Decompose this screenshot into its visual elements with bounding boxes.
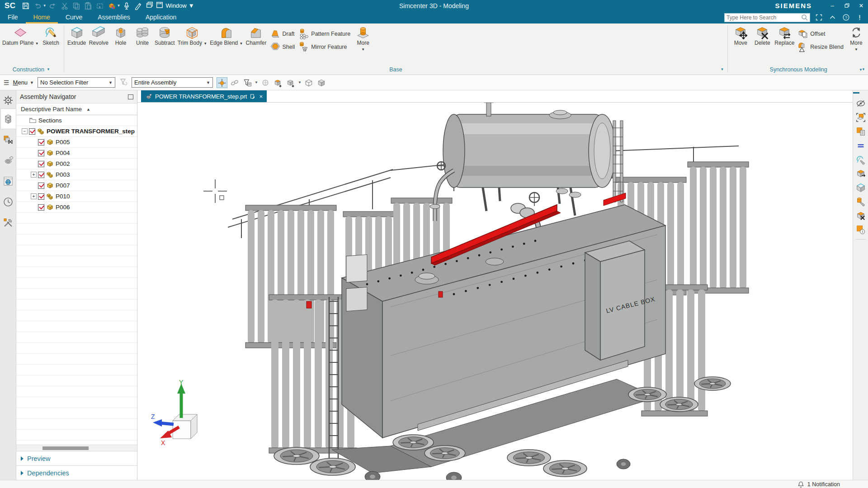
- minimize-ribbon-icon[interactable]: [827, 13, 837, 22]
- expand-toggle-icon[interactable]: −: [22, 128, 28, 134]
- tree-row[interactable]: P007: [16, 180, 137, 191]
- radiator-bank[interactable]: [688, 162, 749, 293]
- selection-filter-combo[interactable]: No Selection Filter▼: [38, 77, 115, 88]
- view-triad[interactable]: Y Z X: [151, 379, 210, 456]
- replace-button[interactable]: Replace: [773, 25, 796, 47]
- cooling-fan[interactable]: [543, 460, 587, 477]
- history-icon[interactable]: [0, 192, 16, 212]
- part-settings-icon[interactable]: [854, 124, 867, 138]
- filter-reset-icon[interactable]: [119, 77, 128, 88]
- conservator-tank[interactable]: [443, 103, 623, 216]
- tree-row[interactable]: P005: [16, 137, 137, 148]
- graphics-window[interactable]: POWER TRANSFORMER_step.prt ×: [137, 90, 853, 480]
- equal-icon[interactable]: [854, 138, 867, 152]
- tab-application[interactable]: Application: [138, 11, 184, 23]
- cooling-fan[interactable]: [425, 446, 465, 461]
- group-label[interactable]: Synchronous Modeling▼: [730, 66, 867, 75]
- visibility-checkbox[interactable]: [38, 150, 44, 156]
- node-label[interactable]: P005: [56, 139, 70, 145]
- minimize-button[interactable]: –: [826, 0, 839, 11]
- add-component-icon[interactable]: [273, 77, 283, 88]
- dependencies-section[interactable]: Dependencies: [16, 465, 137, 480]
- subtract-button[interactable]: Subtract: [153, 25, 176, 47]
- column-header[interactable]: Descriptive Part Name ▲: [16, 103, 137, 115]
- visibility-checkbox[interactable]: [38, 183, 44, 189]
- visibility-checkbox[interactable]: [29, 128, 35, 135]
- chevron-down-icon[interactable]: ▼: [47, 67, 50, 71]
- visibility-checkbox[interactable]: [38, 161, 44, 167]
- window-menu-label[interactable]: Window: [165, 2, 186, 9]
- snap-point-icon[interactable]: [217, 77, 227, 88]
- hide-icon[interactable]: [854, 96, 867, 110]
- cooling-fan[interactable]: [660, 397, 698, 412]
- tab-curve[interactable]: Curve: [58, 11, 90, 23]
- roles-gear-icon[interactable]: [0, 92, 16, 108]
- preview-section[interactable]: Preview: [16, 451, 137, 465]
- visibility-checkbox[interactable]: [38, 139, 44, 145]
- node-label[interactable]: POWER TRANSFORMER_step: [47, 128, 135, 135]
- tree-row[interactable]: P006: [16, 202, 137, 213]
- visibility-checkbox[interactable]: [38, 172, 44, 178]
- chevron-down-icon[interactable]: ▼: [117, 4, 121, 8]
- ribbon-overflow-caret[interactable]: ▼: [859, 68, 863, 72]
- tab-file[interactable]: File: [0, 11, 26, 23]
- chevron-down-icon[interactable]: ▼: [43, 4, 47, 8]
- undock-icon[interactable]: [128, 94, 133, 99]
- command-search[interactable]: [724, 13, 810, 22]
- filter-funnel-icon[interactable]: [242, 77, 253, 88]
- group-label[interactable]: Base▼: [66, 66, 726, 75]
- chevron-down-icon[interactable]: ▼: [255, 80, 258, 84]
- resize-blend-button[interactable]: Resize Blend: [796, 40, 845, 53]
- outline-cube-icon[interactable]: [303, 77, 314, 88]
- visibility-checkbox[interactable]: [38, 204, 44, 211]
- draft-button[interactable]: Draft: [268, 27, 297, 40]
- tree-row[interactable]: Sections: [16, 115, 137, 126]
- assembly-navigator-icon[interactable]: [0, 108, 16, 129]
- trim-body-button[interactable]: Trim Body ▼: [176, 25, 208, 47]
- move-button[interactable]: Move: [730, 25, 751, 47]
- node-label[interactable]: P004: [56, 150, 70, 156]
- save-icon[interactable]: [20, 1, 31, 11]
- expand-toggle-icon[interactable]: +: [31, 193, 37, 199]
- model-3d[interactable]: LV CABLE BOX: [137, 103, 853, 480]
- disabled-target-icon[interactable]: [260, 77, 271, 88]
- edge-blend-button[interactable]: Edge Blend ▼: [208, 25, 244, 47]
- horizontal-scrollbar[interactable]: [16, 445, 137, 451]
- sort-ascending-icon[interactable]: ▲: [86, 107, 90, 112]
- extrude-mini-icon[interactable]: [854, 180, 867, 194]
- node-label[interactable]: Sections: [38, 117, 62, 124]
- edit-feature-icon[interactable]: [854, 194, 867, 208]
- chevron-down-icon[interactable]: ▼: [720, 67, 724, 71]
- model-canvas[interactable]: LV CABLE BOX: [137, 103, 853, 480]
- expand-toggle-icon[interactable]: +: [31, 172, 37, 178]
- window-icon[interactable]: [156, 1, 164, 10]
- tree-row[interactable]: P002: [16, 159, 137, 169]
- selection-scope-combo[interactable]: Entire Assembly▼: [132, 77, 213, 88]
- more-button[interactable]: More▼: [845, 25, 867, 53]
- constraint-navigator-icon[interactable]: [0, 129, 16, 150]
- new-component-icon[interactable]: [285, 77, 296, 88]
- help-icon[interactable]: [841, 13, 851, 22]
- radiator-bank[interactable]: [245, 205, 336, 348]
- cooling-fan[interactable]: [507, 450, 551, 466]
- cooling-fan[interactable]: [694, 377, 731, 390]
- part-navigator-icon[interactable]: [0, 150, 16, 171]
- bell-icon[interactable]: [797, 481, 805, 488]
- cooling-fan[interactable]: [628, 387, 666, 402]
- part-info-icon[interactable]: [854, 222, 867, 236]
- tab-assemblies[interactable]: Assemblies: [90, 11, 138, 23]
- pattern-feature-button[interactable]: Pattern Feature: [297, 27, 352, 40]
- unite-button[interactable]: Unite: [132, 25, 153, 47]
- group-label[interactable]: Construction▼: [1, 66, 62, 75]
- alert-icon[interactable]: [854, 13, 864, 22]
- node-label[interactable]: P010: [56, 193, 70, 200]
- delete-button[interactable]: Delete: [751, 25, 773, 47]
- node-label[interactable]: P003: [56, 171, 70, 178]
- delete-face-icon[interactable]: [854, 208, 867, 222]
- scrollbar-thumb[interactable]: [42, 446, 89, 450]
- chain-icon[interactable]: [229, 77, 240, 88]
- chevron-down-icon[interactable]: ▼: [298, 80, 302, 84]
- cooling-fan[interactable]: [393, 435, 434, 450]
- window-menu[interactable]: Window ▼: [146, 1, 194, 10]
- close-button[interactable]: ×: [854, 0, 868, 11]
